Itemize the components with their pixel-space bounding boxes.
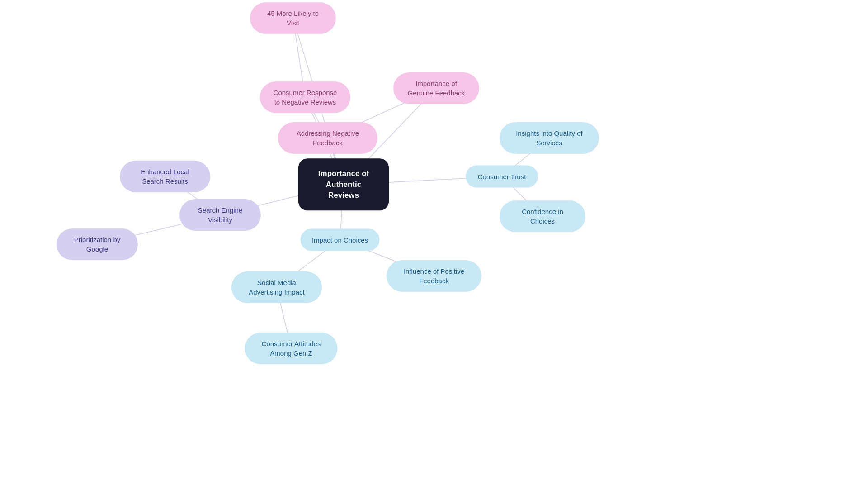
node-search-engine[interactable]: Search Engine Visibility: [179, 199, 261, 231]
node-enhanced-local[interactable]: Enhanced Local Search Results: [120, 161, 210, 192]
node-impact-choices[interactable]: Impact on Choices: [301, 229, 380, 251]
node-consumer-attitudes[interactable]: Consumer Attitudes Among Gen Z: [245, 333, 338, 364]
node-consumer-response[interactable]: Consumer Response to Negative Reviews: [260, 81, 350, 113]
node-insights-quality[interactable]: Insights into Quality of Services: [500, 122, 599, 154]
node-confidence[interactable]: Confidence in Choices: [500, 200, 585, 232]
node-influence-positive[interactable]: Influence of Positive Feedback: [387, 260, 481, 292]
node-prioritization[interactable]: Prioritization by Google: [57, 228, 138, 260]
center-node[interactable]: Importance of Authentic Reviews: [298, 158, 389, 210]
node-more-likely[interactable]: 45 More Likely to Visit: [250, 2, 336, 34]
node-consumer-trust[interactable]: Consumer Trust: [466, 166, 538, 188]
node-social-media[interactable]: Social Media Advertising Impact: [231, 271, 322, 303]
node-addressing-negative[interactable]: Addressing Negative Feedback: [278, 122, 377, 154]
node-genuine-feedback[interactable]: Importance of Genuine Feedback: [393, 72, 479, 104]
